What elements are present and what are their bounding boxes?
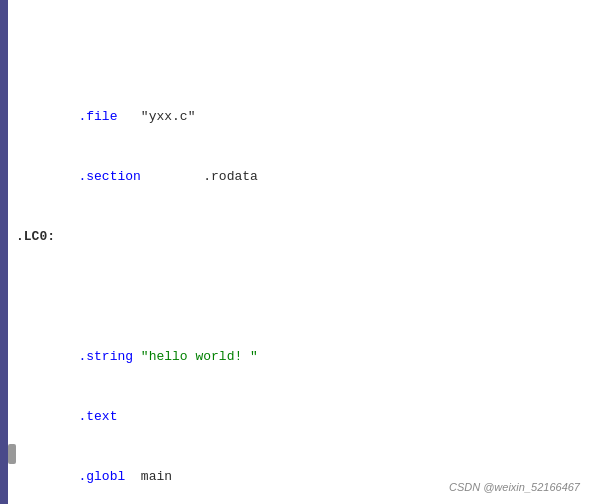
code-line-text: .text	[16, 407, 582, 427]
code-content: .file "yxx.c" .section .rodata .LC0: .st…	[16, 44, 582, 504]
left-accent-bar	[0, 0, 8, 504]
code-line-2: .section .rodata	[16, 167, 582, 187]
watermark: CSDN @weixin_52166467	[449, 479, 580, 496]
scroll-indicator[interactable]	[8, 444, 16, 464]
code-line-1: .file "yxx.c"	[16, 107, 582, 127]
code-window: .file "yxx.c" .section .rodata .LC0: .st…	[0, 0, 590, 504]
code-line-blank1	[16, 287, 582, 307]
code-area[interactable]: .file "yxx.c" .section .rodata .LC0: .st…	[8, 0, 590, 504]
code-line-lc0: .LC0:	[16, 227, 582, 247]
code-line-string: .string "hello world! "	[16, 347, 582, 367]
